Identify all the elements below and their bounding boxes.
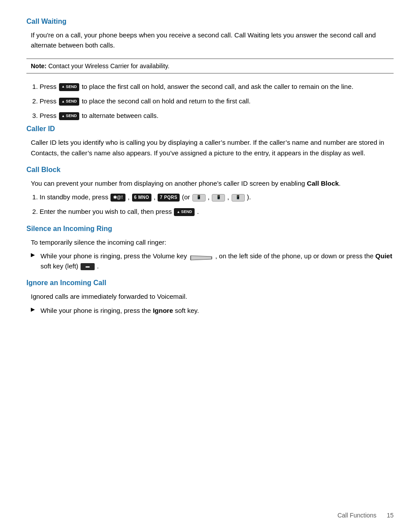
alt-key-3: 📱 [232, 194, 245, 202]
silence-ring-heading: Silence an Incoming Ring [26, 225, 394, 233]
silence-ring-body: To temporarily silence the incoming call… [31, 237, 394, 247]
call-block-step-2-text: Enter the number you wish to call, then … [40, 208, 173, 215]
star-key: ✱@! [111, 194, 125, 202]
caller-id-section: Caller ID Caller ID lets you identify wh… [26, 125, 394, 158]
step-2: Press SEND to place the second call on h… [40, 96, 394, 106]
silence-ring-section: Silence an Incoming Ring To temporarily … [26, 225, 394, 272]
call-block-step-1-text: In standby mode, press [40, 193, 110, 201]
caller-id-body: Caller ID lets you identify who is calli… [31, 137, 394, 158]
call-block-body: You can prevent your number from display… [31, 178, 394, 188]
send-icon-2: SEND [59, 98, 80, 106]
silence-ring-bullet-suffix: , on the left side of the phone, up or d… [215, 252, 373, 260]
footer-label: Call Functions [337, 512, 376, 519]
ignore-call-bullet-suffix: soft key. [173, 307, 199, 314]
call-block-heading: Call Block [26, 166, 394, 174]
call-block-steps: In standby mode, press ✱@! , 6 MNO , 7 P… [40, 192, 394, 217]
quiet-bold: Quiet [376, 252, 392, 260]
page-footer: Call Functions 15 [337, 512, 394, 519]
call-waiting-body: If you're on a call, your phone beeps wh… [31, 30, 394, 51]
send-icon-4: SEND [174, 208, 195, 216]
alt-key-1: 📱 [192, 194, 206, 202]
ignore-bold: Ignore [153, 307, 173, 314]
call-waiting-steps: Press SEND to place the first call on ho… [40, 81, 394, 121]
note-label: Note: [31, 62, 47, 70]
call-block-body-prefix: You can prevent your number from display… [31, 180, 307, 187]
ignore-call-bullet-1: While your phone is ringing, press the I… [31, 305, 394, 316]
silence-ring-bullet-end: soft key (left) [41, 262, 78, 270]
ignore-call-bullets: While your phone is ringing, press the I… [31, 305, 394, 316]
silence-ring-bullets: While your phone is ringing, press the V… [31, 251, 394, 272]
call-block-step-2: Enter the number you wish to call, then … [40, 206, 394, 216]
alt-key-2: 📱 [212, 194, 225, 202]
step-1: Press SEND to place the first call on ho… [40, 81, 394, 92]
call-waiting-heading: Call Waiting [26, 18, 394, 26]
ignore-call-section: Ignore an Incoming Call Ignored calls ar… [26, 279, 394, 316]
quiet-soft-key: ▬ [81, 263, 95, 270]
call-waiting-section: Call Waiting If you're on a call, your p… [26, 18, 394, 51]
ignore-call-heading: Ignore an Incoming Call [26, 279, 394, 287]
note-text: Contact your Wireless Carrier for availa… [48, 62, 169, 70]
step-2-text: to place the second call on hold and ret… [82, 97, 251, 105]
note-bar: Note: Contact your Wireless Carrier for … [26, 59, 394, 73]
footer-page: 15 [387, 512, 394, 519]
call-block-section: Call Block You can prevent your number f… [26, 166, 394, 217]
send-icon-3: SEND [59, 112, 80, 120]
ignore-call-bullet-prefix: While your phone is ringing, press the [41, 307, 153, 314]
step-1-text: to place the first call on hold, answer … [82, 83, 354, 90]
step-3-text: to alternate between calls. [82, 112, 158, 119]
call-block-body-suffix: . [339, 180, 341, 187]
seven-key: 7 PQRS [158, 194, 180, 202]
silence-ring-bullet-text: While your phone is ringing, press the V… [41, 252, 187, 260]
send-icon-1: SEND [59, 83, 80, 91]
caller-id-heading: Caller ID [26, 125, 394, 133]
call-block-bold: Call Block [307, 180, 339, 187]
ignore-call-body: Ignored calls are immediately forwarded … [31, 291, 394, 301]
volume-key-icon [190, 253, 213, 260]
step-3: Press SEND to alternate between calls. [40, 110, 394, 121]
svg-marker-0 [191, 256, 212, 260]
silence-ring-bullet-1: While your phone is ringing, press the V… [31, 251, 394, 272]
call-block-step-1: In standby mode, press ✱@! , 6 MNO , 7 P… [40, 192, 394, 202]
six-key: 6 MNO [132, 194, 151, 202]
